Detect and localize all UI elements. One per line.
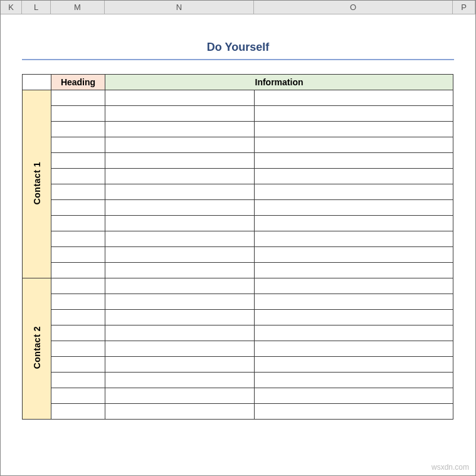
cell[interactable] [51, 341, 105, 357]
cell[interactable] [51, 90, 105, 106]
cell[interactable] [255, 310, 453, 325]
column-headers-bar: K L M N O P [1, 1, 475, 14]
cell[interactable] [105, 294, 255, 310]
table-row [23, 247, 453, 263]
cell[interactable] [255, 247, 453, 263]
table-row [23, 106, 453, 122]
cell[interactable] [51, 263, 105, 278]
cell[interactable] [105, 325, 255, 341]
cell[interactable] [255, 373, 453, 388]
table-row [23, 169, 453, 184]
cell[interactable] [51, 216, 105, 231]
table-row [23, 184, 453, 200]
section-label-text: Contact 2 [32, 326, 42, 369]
page-title: Do Yourself [22, 27, 454, 59]
cell[interactable] [255, 137, 453, 153]
contact-table: Heading Information Contact 1 Contact 2 [22, 74, 453, 420]
cell[interactable] [105, 169, 255, 184]
table-row [23, 310, 453, 325]
title-underline [22, 59, 454, 60]
cell[interactable] [51, 122, 105, 137]
cell[interactable] [105, 263, 255, 278]
blank-corner [23, 75, 51, 90]
cell[interactable] [255, 325, 453, 341]
cell[interactable] [255, 184, 453, 200]
table-row [23, 122, 453, 137]
cell[interactable] [255, 357, 453, 373]
heading-header[interactable]: Heading [51, 75, 105, 90]
col-header-L[interactable]: L [22, 1, 51, 14]
cell[interactable] [255, 388, 453, 404]
table-row [23, 294, 453, 310]
cell[interactable] [51, 373, 105, 388]
cell[interactable] [51, 310, 105, 325]
cell[interactable] [51, 357, 105, 373]
cell[interactable] [105, 231, 255, 247]
table-row [23, 200, 453, 216]
col-header-N[interactable]: N [105, 1, 254, 14]
table-row [23, 388, 453, 404]
cell[interactable] [105, 388, 255, 404]
col-header-M[interactable]: M [51, 1, 105, 14]
cell[interactable] [105, 373, 255, 388]
cell[interactable] [105, 200, 255, 216]
cell[interactable] [105, 247, 255, 263]
table-header-row: Heading Information [23, 75, 453, 90]
cell[interactable] [51, 106, 105, 122]
cell[interactable] [51, 169, 105, 184]
cell[interactable] [105, 278, 255, 294]
cell[interactable] [255, 278, 453, 294]
watermark: wsxdn.com [431, 463, 469, 472]
cell[interactable] [51, 325, 105, 341]
table-row [23, 341, 453, 357]
information-header[interactable]: Information [105, 75, 453, 90]
table-row [23, 153, 453, 169]
cell[interactable] [105, 153, 255, 169]
table-row [23, 231, 453, 247]
cell[interactable] [51, 231, 105, 247]
cell[interactable] [255, 231, 453, 247]
cell[interactable] [255, 90, 453, 106]
table-row: Contact 1 [23, 90, 453, 106]
cell[interactable] [255, 200, 453, 216]
cell[interactable] [105, 106, 255, 122]
cell[interactable] [105, 184, 255, 200]
cell[interactable] [105, 404, 255, 420]
cell[interactable] [51, 388, 105, 404]
cell[interactable] [51, 153, 105, 169]
cell[interactable] [255, 404, 453, 420]
cell[interactable] [105, 122, 255, 137]
cell[interactable] [105, 357, 255, 373]
cell[interactable] [105, 216, 255, 231]
table-row: Contact 2 [23, 278, 453, 294]
sheet-area: Do Yourself Heading Information Contact … [1, 14, 475, 420]
cell[interactable] [51, 184, 105, 200]
cell[interactable] [51, 404, 105, 420]
cell[interactable] [255, 153, 453, 169]
cell[interactable] [105, 310, 255, 325]
cell[interactable] [255, 294, 453, 310]
cell[interactable] [255, 106, 453, 122]
section-label-contact2[interactable]: Contact 2 [23, 278, 51, 420]
section-label-text: Contact 1 [32, 162, 42, 204]
col-header-K[interactable]: K [1, 1, 22, 14]
section-label-contact1[interactable]: Contact 1 [23, 90, 51, 278]
table-row [23, 325, 453, 341]
cell[interactable] [255, 263, 453, 278]
col-header-O[interactable]: O [254, 1, 453, 14]
cell[interactable] [51, 247, 105, 263]
cell[interactable] [51, 200, 105, 216]
cell[interactable] [105, 137, 255, 153]
col-header-P[interactable]: P [453, 1, 475, 14]
cell[interactable] [51, 278, 105, 294]
cell[interactable] [51, 294, 105, 310]
table-row [23, 404, 453, 420]
cell[interactable] [255, 216, 453, 231]
cell[interactable] [105, 90, 255, 106]
cell[interactable] [255, 169, 453, 184]
cell[interactable] [255, 341, 453, 357]
cell[interactable] [255, 122, 453, 137]
cell[interactable] [51, 137, 105, 153]
cell[interactable] [105, 341, 255, 357]
table-row [23, 373, 453, 388]
